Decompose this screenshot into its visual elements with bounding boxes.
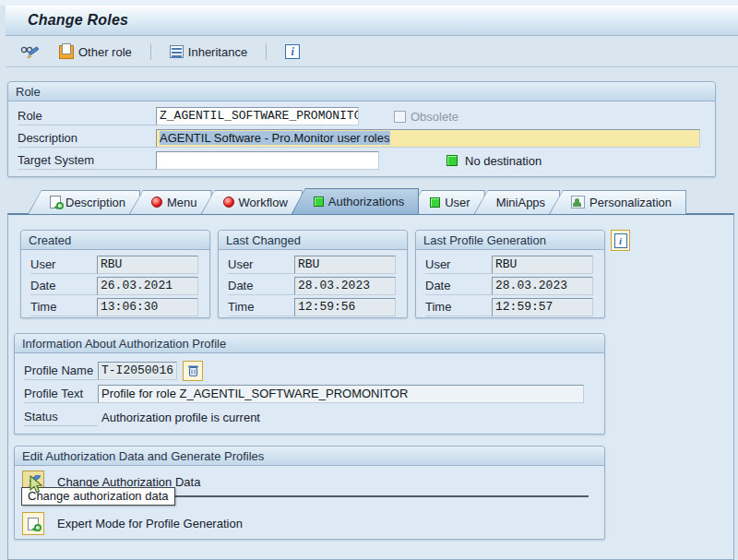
created-user-field: RBU: [97, 256, 198, 274]
authorization-profile-box: Information About Authorization Profile …: [14, 333, 605, 435]
expert-mode-button[interactable]: [22, 512, 44, 535]
last-gen-time-field: 12:59:57: [492, 298, 593, 316]
tab-authorizations[interactable]: Authorizations: [292, 188, 419, 214]
focus-corner: [696, 129, 700, 133]
profile-text-field[interactable]: Profile for role Z_AGENTIL_SOFTWARE_PROM…: [98, 385, 584, 403]
sap-window: Change Roles Other role Inheritance i: [0, 0, 738, 560]
role-group-box: Role Role Z_AGENTIL_SOFTWARE_PROMONITOR …: [7, 81, 716, 177]
inheritance-icon: [170, 45, 184, 58]
document-magnifier-icon: [28, 518, 39, 530]
target-system-field-label: Target System: [18, 151, 156, 170]
last-changed-date-field: 28.03.2023: [294, 277, 396, 295]
other-role-label: Other role: [78, 45, 132, 59]
expert-mode-label: Expert Mode for Profile Generation: [57, 517, 243, 530]
last-changed-box: Last Changed User RBU Date 28.03.2023 Ti…: [218, 230, 408, 318]
last-changed-box-header: Last Changed: [219, 231, 407, 250]
description-input[interactable]: AGENTIL Software - Pro.Monitor user role…: [156, 129, 700, 148]
person-icon: [571, 196, 585, 209]
inheritance-button[interactable]: Inheritance: [164, 41, 253, 63]
created-box: Created User RBU Date 26.03.2021 Time 13…: [20, 230, 210, 318]
other-role-button[interactable]: Other role: [54, 41, 137, 63]
authorizations-tab-panel: Created User RBU Date 26.03.2021 Time 13…: [7, 213, 734, 560]
tab-label: Personalization: [589, 196, 672, 209]
application-toolbar: Other role Inheritance i: [6, 37, 738, 67]
tab-strip: Description Menu Workflow Authorizations…: [7, 188, 734, 214]
profile-text-label: Profile Text: [24, 385, 98, 403]
created-date-field: 26.03.2021: [97, 277, 198, 295]
authorization-profile-header: Information About Authorization Profile: [15, 334, 604, 353]
status-label: Status: [24, 408, 98, 426]
tab-label: User: [445, 196, 470, 209]
red-status-icon: [223, 197, 234, 208]
tooltip-text: Change authorization data: [28, 489, 169, 503]
delete-profile-button[interactable]: [183, 361, 203, 381]
tab-label: MiniApps: [496, 196, 545, 209]
profile-name-label: Profile Name: [24, 362, 98, 380]
tab-personalization[interactable]: Personalization: [549, 190, 686, 214]
no-destination-label: No destination: [465, 154, 542, 168]
last-changed-user-field: RBU: [294, 256, 396, 274]
tab-menu[interactable]: Menu: [129, 190, 212, 214]
tab-label: Workflow: [239, 196, 288, 209]
time-label: Time: [228, 298, 294, 316]
date-label: Date: [425, 277, 492, 295]
date-label: Date: [228, 277, 294, 295]
focus-corner: [156, 144, 161, 148]
status-value: Authorization profile is current: [98, 411, 260, 424]
last-profile-generation-box-header: Last Profile Generation: [416, 231, 604, 250]
user-label: User: [30, 256, 97, 274]
profile-generation-info-button[interactable]: i: [611, 230, 630, 251]
tab-miniapps[interactable]: MiniApps: [474, 190, 560, 214]
created-box-header: Created: [21, 231, 209, 250]
page-title: Change Roles: [6, 12, 128, 29]
obsolete-label: Obsolete: [411, 110, 458, 124]
tab-description[interactable]: Description: [28, 190, 140, 214]
target-system-input[interactable]: [156, 151, 379, 170]
last-profile-generation-box: Last Profile Generation User RBU Date 28…: [415, 230, 605, 318]
info-button[interactable]: i: [280, 41, 305, 63]
description-field-label: Description: [18, 129, 156, 148]
info-icon: i: [285, 44, 300, 59]
tab-label: Menu: [167, 196, 197, 209]
user-label: User: [228, 256, 294, 274]
role-field-label: Role: [18, 107, 156, 125]
document-magnifier-icon: [50, 196, 61, 209]
green-status-icon: [314, 197, 324, 207]
tooltip: Change authorization data: [21, 487, 175, 506]
no-destination-status-icon: [446, 155, 458, 166]
description-selected-text: AGENTIL Software - Pro.Monitor user role…: [160, 131, 390, 145]
title-bar: Change Roles: [6, 6, 738, 36]
user-label: User: [425, 256, 492, 274]
red-status-icon: [151, 197, 162, 208]
glasses-pencil-icon: [20, 44, 41, 59]
time-label: Time: [425, 298, 492, 316]
last-gen-date-field: 28.03.2023: [492, 277, 593, 295]
edit-authorization-header: Edit Authorization Data and Generate Pro…: [15, 447, 604, 466]
profile-name-field[interactable]: T-I2050016: [98, 362, 177, 380]
trash-icon: [187, 364, 199, 377]
tab-label: Description: [65, 196, 125, 209]
tab-user[interactable]: User: [408, 190, 484, 214]
date-label: Date: [30, 277, 97, 295]
display-change-button[interactable]: [15, 41, 46, 63]
role-group-title: Role: [16, 85, 41, 99]
role-input[interactable]: Z_AGENTIL_SOFTWARE_PROMONITOR: [156, 107, 359, 125]
toolbar-separator: [266, 43, 267, 60]
green-status-icon: [430, 197, 440, 208]
last-changed-time-field: 12:59:56: [294, 298, 396, 316]
mouse-cursor: [29, 475, 43, 495]
toolbar-separator: [150, 43, 151, 60]
focus-corner: [696, 144, 700, 148]
time-label: Time: [30, 298, 97, 316]
inheritance-label: Inheritance: [188, 45, 247, 59]
focus-corner: [156, 129, 161, 133]
obsolete-checkbox[interactable]: [394, 111, 406, 123]
tab-label: Authorizations: [328, 195, 404, 209]
info-icon: i: [614, 233, 627, 248]
tab-workflow[interactable]: Workflow: [201, 190, 303, 214]
other-role-icon: [59, 45, 74, 59]
created-time-field: 13:06:30: [97, 298, 198, 316]
last-gen-user-field: RBU: [492, 256, 593, 274]
role-group-header: Role: [8, 82, 715, 101]
